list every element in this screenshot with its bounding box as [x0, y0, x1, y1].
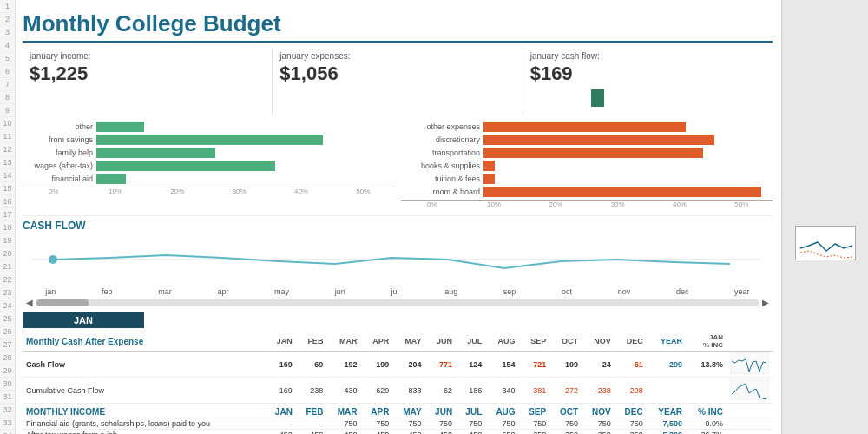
expense-bar-chart: other expenses discretionary transportat… — [401, 122, 773, 208]
hbar-row-wages: wages (after-tax) — [23, 161, 394, 171]
cashflow-svg — [23, 233, 769, 286]
scroll-thumb[interactable] — [36, 299, 89, 306]
cash-flow-label: Cash Flow — [23, 352, 265, 378]
financial-aid-label: Financial aid (grants, scholarships, loa… — [23, 418, 265, 430]
monthly-income-header: MONTHLY INCOME JAN FEB MAR APR MAY JUN J… — [23, 404, 773, 418]
col-header-may: MAY — [392, 332, 424, 352]
hbar-fill-wages — [96, 161, 275, 171]
hbar-row-room: room & board — [401, 187, 773, 197]
col-header-aug: AUG — [485, 332, 518, 352]
table-header-row: Monthly Cash After Expense JAN FEB MAR A… — [23, 332, 773, 352]
sparkline-svg — [730, 352, 769, 374]
cashflow-summary: january cash flow: $169 — [523, 48, 773, 115]
tab-jan[interactable]: JAN — [23, 312, 144, 328]
cumulative-sparkline-svg — [730, 378, 769, 400]
hbar-fill-aid — [96, 174, 126, 184]
right-panel-sparkline — [796, 227, 855, 260]
row-numbers: 1 2 3 4 5 6 7 8 9 10 11 12 13 14 15 16 1… — [0, 0, 16, 434]
monthly-income-label: MONTHLY INCOME — [23, 404, 265, 418]
cashflow-section: CASH FLOW jan feb mar apr may jun jul — [23, 215, 773, 307]
col-header-dec: DEC — [615, 332, 647, 352]
hbar-fill-family — [96, 148, 215, 158]
hbar-row-savings: from savings — [23, 135, 394, 145]
expense-chart: other expenses discretionary transportat… — [401, 122, 773, 208]
page-title: Monthly College Budget — [23, 3, 773, 43]
cashflow-sparkline — [727, 352, 773, 378]
cashflow-line-chart — [23, 233, 773, 286]
col-header-label: Monthly Cash After Expense — [23, 332, 265, 352]
col-header-nov: NOV — [582, 332, 615, 352]
hbar-row-discretionary: discretionary — [401, 135, 773, 145]
expenses-value: $1,056 — [279, 62, 515, 85]
hbar-row-transportation: transportation — [401, 148, 773, 158]
wages-label: After-tax wages from a job — [23, 430, 265, 435]
hbar-fill-other-exp — [483, 122, 686, 132]
hbar-row-family: family help — [23, 148, 394, 158]
spreadsheet: 1 2 3 4 5 6 7 8 9 10 11 12 13 14 15 16 1… — [0, 0, 868, 434]
hbar-row-books: books & supplies — [401, 161, 773, 171]
col-header-jan-inc: JAN% INC — [686, 332, 727, 352]
cashflow-title: CASH FLOW — [23, 220, 86, 232]
hbar-row-tuition: tuition & fees — [401, 174, 773, 184]
hbar-fill-tuition — [483, 174, 495, 184]
income-value: $1,225 — [30, 62, 265, 85]
cumulative-label: Cumulative Cash Flow — [23, 378, 265, 404]
right-panel — [781, 0, 868, 434]
col-header-jul: JUL — [456, 332, 485, 352]
col-header-sep: SEP — [519, 332, 550, 352]
col-header-apr: APR — [360, 332, 392, 352]
hbar-fill-room — [483, 187, 761, 197]
cash-flow-row: Cash Flow 169 69 192 199 204 -771 124 15… — [23, 352, 773, 378]
hbar-fill-discretionary — [483, 135, 714, 145]
expenses-label: january expenses: — [279, 51, 515, 61]
hbar-fill-books — [483, 161, 495, 171]
svg-rect-0 — [591, 89, 604, 107]
summary-row: january income: $1,225 january expenses:… — [23, 48, 773, 115]
scroll-bar[interactable]: ◀ ▶ — [23, 298, 773, 307]
hbar-fill-transportation — [483, 148, 703, 158]
svg-rect-4 — [730, 378, 769, 400]
col-header-jan: JAN — [265, 332, 296, 352]
cumulative-sparkline — [727, 378, 773, 404]
hbar-row-aid: financial aid — [23, 174, 394, 184]
cashflow-months: jan feb mar apr may jun jul aug sep oct … — [23, 287, 773, 296]
income-label: january income: — [30, 51, 265, 61]
col-header-feb: FEB — [296, 332, 327, 352]
hbar-row-other: other — [23, 122, 394, 132]
col-header-jun: JUN — [425, 332, 457, 352]
wages-row: After-tax wages from a job 450 450 450 4… — [23, 430, 773, 435]
expenses-summary: january expenses: $1,056 — [273, 48, 523, 115]
hbar-fill-savings — [96, 135, 323, 145]
table-section: JAN Monthly Cash After Expense JAN FEB M… — [23, 312, 773, 434]
col-header-mar: MAR — [326, 332, 360, 352]
scroll-left-arrow[interactable]: ◀ — [23, 298, 36, 307]
col-header-year: YEAR — [647, 332, 686, 352]
cumulative-cashflow-row: Cumulative Cash Flow 169 238 430 629 833… — [23, 378, 773, 404]
cashflow-label: january cash flow: — [530, 51, 766, 61]
financial-aid-row: Financial aid (grants, scholarships, loa… — [23, 418, 773, 430]
income-chart: other from savings family help — [23, 122, 394, 208]
scroll-track[interactable] — [36, 299, 759, 306]
col-header-sparkline — [727, 332, 773, 352]
hbar-fill-other — [96, 122, 144, 132]
hbar-row-other-exp: other expenses — [401, 122, 773, 132]
income-summary: january income: $1,225 — [23, 48, 273, 115]
col-header-oct: OCT — [549, 332, 582, 352]
mini-chart-box — [795, 226, 856, 260]
monthly-cash-table: Monthly Cash After Expense JAN FEB MAR A… — [23, 332, 773, 434]
scroll-right-arrow[interactable]: ▶ — [759, 298, 773, 307]
charts-row: other from savings family help — [23, 122, 773, 208]
cashflow-mini-chart — [565, 85, 617, 111]
cashflow-value: $169 — [530, 62, 766, 85]
income-bar-chart: other from savings family help — [23, 122, 394, 195]
